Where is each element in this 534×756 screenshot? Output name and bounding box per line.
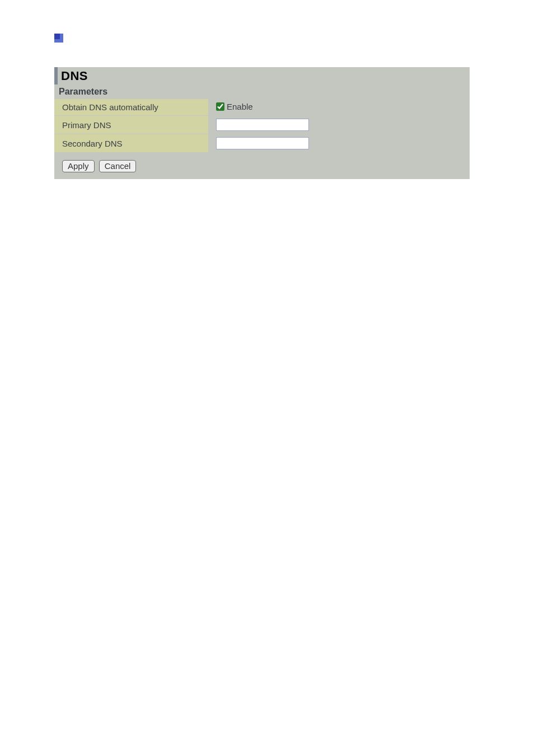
primary-dns-label: Primary DNS bbox=[54, 116, 208, 134]
cancel-button[interactable]: Cancel bbox=[99, 160, 137, 172]
obtain-dns-auto-label: Obtain DNS automatically bbox=[54, 99, 208, 116]
button-row: Apply Cancel bbox=[54, 152, 470, 179]
parameters-table: Obtain DNS automatically Enable Primary … bbox=[54, 99, 470, 152]
secondary-dns-input[interactable] bbox=[216, 137, 309, 149]
row-secondary-dns: Secondary DNS bbox=[54, 134, 470, 153]
dns-panel: DNS Parameters Obtain DNS automatically … bbox=[54, 67, 470, 179]
enable-checkbox-label: Enable bbox=[227, 102, 253, 111]
section-bullet-icon bbox=[54, 34, 63, 43]
panel-title: DNS bbox=[54, 67, 470, 84]
enable-checkbox[interactable] bbox=[216, 102, 224, 111]
section-subtitle: Parameters bbox=[54, 84, 470, 99]
row-primary-dns: Primary DNS bbox=[54, 116, 470, 134]
apply-button[interactable]: Apply bbox=[62, 160, 95, 172]
secondary-dns-label: Secondary DNS bbox=[54, 134, 208, 153]
primary-dns-input[interactable] bbox=[216, 119, 309, 131]
row-obtain-dns-auto: Obtain DNS automatically Enable bbox=[54, 99, 470, 116]
enable-checkbox-wrap[interactable]: Enable bbox=[216, 102, 253, 111]
